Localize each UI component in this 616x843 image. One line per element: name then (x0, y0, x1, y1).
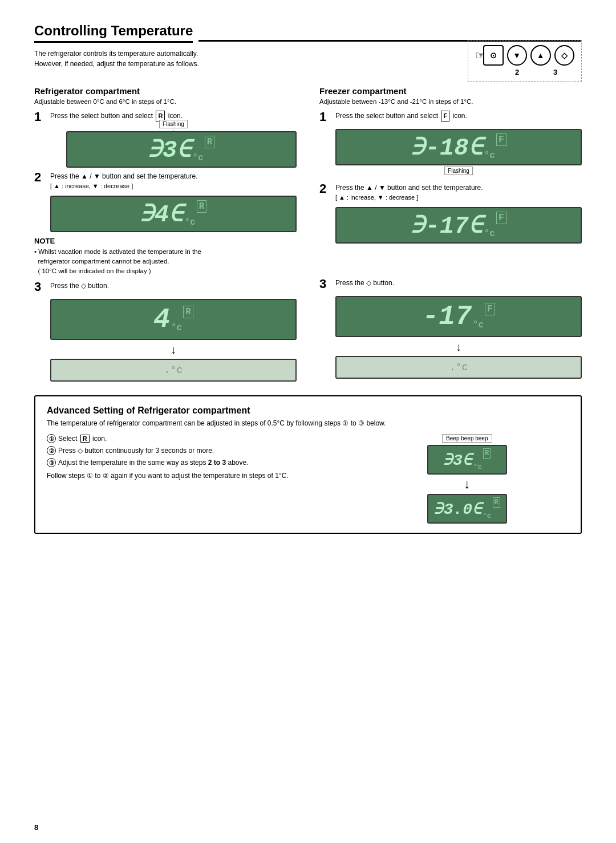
advanced-right: Beep beep beep ∋3∈ °c R ↓ ∋3.0∈ °c R (365, 434, 569, 524)
control-diagram: ☞ ⊙ ▼ ▲ ◇ 2 3 (468, 40, 582, 82)
ctrl-btn-up: ▲ (530, 45, 551, 66)
freezer-display3: -17 °c F (335, 296, 582, 337)
beep-label: Beep beep beep (442, 434, 492, 443)
note-title: NOTE (34, 237, 297, 245)
advanced-display2: ∋3.0∈ °c R (427, 494, 507, 524)
adv-temp1-letter: R (483, 448, 491, 459)
freezer-step1-text: Press the select button and select F ico… (335, 111, 582, 121)
refrigerator-step3-num: 3 (34, 281, 46, 293)
advanced-subtext: The temperature of refrigerator compartm… (47, 419, 569, 427)
refrigerator-temp3-unit: °c (171, 323, 182, 333)
freezer-display1: ∋-18∈ °c F (335, 129, 582, 165)
freezer-step1: 1 Press the select button and select F i… (319, 111, 582, 123)
freezer-temp3-letter: F (485, 303, 495, 315)
refrigerator-step2-text: Press the ▲ / ▼ button and set the tempe… (50, 171, 297, 191)
adv-temp2-main: ∋3.0∈ (434, 499, 482, 518)
advanced-step2-circle: ② (47, 446, 56, 455)
refrigerator-display3-small: .°c (50, 359, 297, 382)
refrigerator-temp2-letter: R (197, 200, 207, 213)
freezer-temp2-unit: °c (484, 229, 495, 239)
refrigerator-heading: Refrigerator compartment (34, 86, 297, 96)
freezer-step3: 3 Press the ◇ button. (319, 278, 582, 290)
refrigerator-column: Refrigerator compartment Adjustable betw… (34, 86, 297, 384)
adv-r-icon: R (80, 435, 90, 443)
refrigerator-range: Adjustable between 0°C and 6°C in steps … (34, 98, 297, 105)
two-columns: Refrigerator compartment Adjustable betw… (34, 86, 582, 384)
freezer-temp3-small-unit: .°c (449, 362, 468, 373)
freezer-temp3-main: -17 (422, 301, 471, 332)
refrigerator-temp3-small-unit: .°c (164, 364, 183, 376)
freezer-temp2-letter: F (496, 212, 506, 224)
advanced-step2: ② Press ◇ button continuously for 3 seco… (47, 446, 354, 455)
freezer-step2-text: Press the ▲ / ▼ button and set the tempe… (335, 183, 582, 202)
main-content: Controlling Temperature The refrigerator… (34, 23, 582, 534)
freezer-step3-text: Press the ◇ button. (335, 278, 582, 288)
buttons-row: ☞ ⊙ ▼ ▲ ◇ (475, 45, 574, 66)
ctrl-btn-select: ⊙ (483, 45, 504, 66)
refrigerator-temp2-main: ∋4∈ (140, 199, 184, 229)
ctrl-numbers: 2 3 (475, 68, 574, 76)
refrigerator-display3: 4 °c R (50, 299, 297, 340)
ctrl-btn-diamond: ◇ (554, 45, 575, 66)
advanced-step3: ③ Adjust the temperature in the same way… (47, 458, 354, 467)
advanced-step3-circle: ③ (47, 458, 56, 467)
advanced-step1-circle: ① (47, 434, 56, 443)
refrigerator-step3-text: Press the ◇ button. (50, 281, 297, 291)
freezer-heading: Freezer compartment (319, 86, 582, 96)
freezer-step2-sub: [ ▲ : increase, ▼ : decrease ] (335, 193, 582, 202)
note-text: • Whilst vacation mode is activated the … (34, 247, 297, 277)
refrigerator-display1-wrapper: Flashing ↓ ∋3∈ °c R (50, 131, 297, 168)
freezer-display2: ∋-17∈ °c F (335, 207, 582, 244)
freezer-step1-num: 1 (319, 111, 331, 123)
refrigerator-temp1-main: ∋3∈ (148, 135, 192, 164)
freezer-display3-small: .°c (335, 356, 582, 379)
advanced-left: ① Select R icon. ② Press ◇ button contin… (47, 434, 354, 524)
refrigerator-step1-num: 1 (34, 111, 46, 123)
adv-temp1-main: ∋3∈ (443, 450, 472, 469)
advanced-title: Advanced Setting of Refrigerator compart… (47, 406, 569, 416)
refrigerator-display2: ∋4∈ °c R (50, 196, 297, 232)
refrigerator-note: NOTE • Whilst vacation mode is activated… (34, 237, 297, 277)
advanced-content: ① Select R icon. ② Press ◇ button contin… (47, 434, 569, 524)
refrigerator-temp1-unit: °c (192, 153, 203, 163)
freezer-range: Adjustable between -13°C and -21°C in st… (319, 98, 582, 105)
advanced-display1: ∋3∈ °c R (427, 445, 507, 475)
freezer-flash-tag: Flashing (444, 167, 473, 175)
freezer-step2: 2 Press the ▲ / ▼ button and set the tem… (319, 183, 582, 202)
adv-temp1-unit: °c (473, 463, 483, 471)
advanced-step1-text: Select R icon. (58, 435, 107, 443)
freezer-step2-num: 2 (319, 183, 331, 195)
refrigerator-step2: 2 Press the ▲ / ▼ button and set the tem… (34, 171, 297, 191)
advanced-step1: ① Select R icon. (47, 434, 354, 443)
refrigerator-flash-tag: Flashing (159, 120, 188, 128)
freezer-flash-wrapper: Flashing (335, 167, 582, 178)
f-icon: F (441, 111, 449, 121)
freezer-temp1-main: ∋-18∈ (411, 132, 483, 162)
advanced-follow-text: Follow steps ① to ② again if you want to… (47, 472, 354, 480)
advanced-section: Advanced Setting of Refrigerator compart… (34, 395, 582, 534)
freezer-temp2-main: ∋-17∈ (411, 210, 483, 240)
freezer-arrow-down: ↓ (335, 341, 582, 354)
refrigerator-arrow-down: ↓ (50, 343, 297, 356)
ctrl-btn-down: ▼ (507, 45, 528, 66)
advanced-step3-text: Adjust the temperature in the same way a… (58, 459, 249, 467)
refrigerator-temp2-unit: °c (184, 217, 195, 228)
freezer-step3-num: 3 (319, 278, 331, 290)
ctrl-num-2: 2 (515, 68, 519, 76)
advanced-step2-text: Press ◇ button continuously for 3 second… (58, 447, 214, 455)
refrigerator-temp3-main: 4 (153, 304, 170, 335)
page-number: 8 (34, 823, 38, 832)
freezer-temp3-unit: °c (473, 320, 484, 330)
page-title: Controlling Temperature (34, 23, 193, 43)
adv-temp2-unit: °c (483, 512, 492, 520)
refrigerator-step3: 3 Press the ◇ button. (34, 281, 297, 293)
ctrl-num-3: 3 (553, 68, 557, 76)
freezer-temp1-letter: F (496, 133, 506, 146)
freezer-column: Freezer compartment Adjustable between -… (319, 86, 582, 384)
refrigerator-step2-num: 2 (34, 171, 46, 184)
refrigerator-display1: ∋3∈ °c R (66, 131, 297, 168)
freezer-temp1-unit: °c (484, 151, 495, 161)
refrigerator-step2-sub: [ ▲ : increase, ▼ : decrease ] (50, 181, 297, 191)
adv-temp2-letter: R (493, 497, 500, 508)
refrigerator-temp1-letter: R (205, 136, 215, 148)
